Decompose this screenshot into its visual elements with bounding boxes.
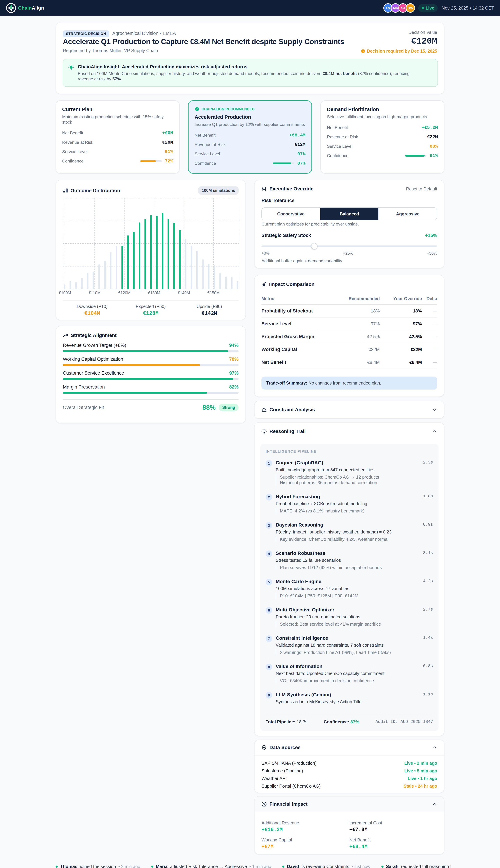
svg-text:€100M: €100M <box>59 290 71 295</box>
svg-text:€140M: €140M <box>178 290 190 295</box>
svg-text:€110M: €110M <box>89 290 101 295</box>
svg-text:€130M: €130M <box>148 290 160 295</box>
svg-text:€150M: €150M <box>207 290 220 295</box>
svg-text:€120M: €120M <box>118 290 130 295</box>
